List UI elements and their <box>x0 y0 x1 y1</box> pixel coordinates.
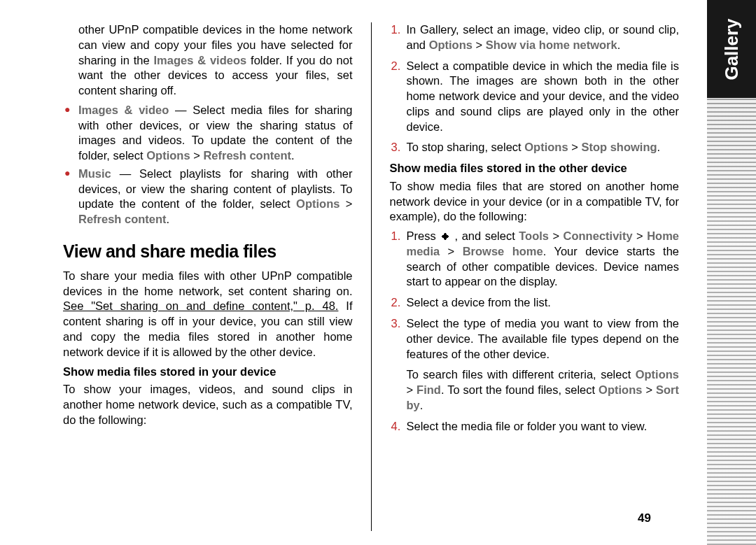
step-item: 3. To stop sharing, select Options > Sto… <box>390 140 680 155</box>
step-number: 3. <box>391 140 401 155</box>
paragraph: To search files with different criteria,… <box>390 367 680 413</box>
menu-key-icon <box>440 231 451 242</box>
text: . <box>291 149 295 162</box>
text: . <box>420 399 424 411</box>
step-number: 1. <box>391 22 401 38</box>
paragraph: To share your media files with other UPn… <box>63 269 353 360</box>
paragraph: To show media files that are stored on a… <box>390 179 680 225</box>
text: > <box>549 229 564 242</box>
bullet-lead: Music <box>78 167 111 180</box>
text: > <box>190 149 204 162</box>
text: > <box>642 383 656 396</box>
text: > <box>340 197 352 210</box>
option-text: Find <box>416 383 441 396</box>
left-column: other UPnP compatible devices in the hom… <box>63 22 353 531</box>
option-text: Show via home network <box>486 38 617 51</box>
right-column: 1. In Gallery, select an image, video cl… <box>390 22 680 531</box>
text: Press <box>407 229 440 242</box>
step-number: 2. <box>391 59 401 74</box>
option-text: Refresh content <box>203 149 291 162</box>
step-item: 1. Press , and select Tools > Connectivi… <box>390 229 680 290</box>
step-number: 2. <box>391 295 401 311</box>
bullet-lead: Images & video <box>78 104 169 116</box>
step-item: 1. In Gallery, select an image, video cl… <box>390 22 680 53</box>
text: . <box>657 141 661 153</box>
bullet-item: Images & video — Select media files for … <box>63 103 353 164</box>
step-item: 4. Select the media file or folder you w… <box>390 419 680 434</box>
section-heading: View and share media files <box>63 240 353 263</box>
option-text: Options <box>146 149 190 162</box>
option-text: Options <box>429 38 472 51</box>
text: > <box>472 38 486 51</box>
text: . <box>617 38 621 51</box>
step-item: 2. Select a compatible device in which t… <box>390 59 680 135</box>
step-number: 4. <box>391 419 401 434</box>
text: To share your media files with other UPn… <box>63 269 353 297</box>
text: > <box>568 141 582 153</box>
text: Select a compatible device in which the … <box>407 59 680 133</box>
option-text: Images & videos <box>153 54 246 66</box>
paragraph: To show your images, videos, and sound c… <box>63 382 353 427</box>
text: . <box>167 213 170 225</box>
intro-paragraph: other UPnP compatible devices in the hom… <box>63 22 353 99</box>
option-text: Options <box>598 383 642 396</box>
text: Select the media file or folder you want… <box>407 420 648 432</box>
subheading: Show media files stored in the other dev… <box>390 161 680 176</box>
text: To search files with different criteria,… <box>407 368 636 381</box>
side-tab-dark: Gallery <box>707 0 756 98</box>
option-text: Stop showing <box>581 141 657 153</box>
text-columns: other UPnP compatible devices in the hom… <box>63 22 679 531</box>
column-divider <box>371 22 372 531</box>
text: Select the type of media you want to vie… <box>407 317 680 360</box>
option-text: Connectivity <box>564 229 633 242</box>
text: > <box>633 229 648 242</box>
bullet-item: Music — Select playlists for sharing wit… <box>63 167 353 227</box>
text: > <box>407 383 417 396</box>
option-text: Options <box>296 197 340 210</box>
text: > <box>440 245 462 257</box>
side-tab: Gallery <box>707 0 756 545</box>
option-text: Tools <box>519 229 549 242</box>
text: To stop sharing, select <box>407 141 525 153</box>
option-text: Options <box>636 368 679 381</box>
option-text: Refresh content <box>78 213 167 225</box>
text: Select a device from the list. <box>407 296 551 309</box>
step-number: 1. <box>391 229 401 244</box>
text: . To sort the found files, select <box>441 383 598 396</box>
step-item: 3. Select the type of media you want to … <box>390 316 680 362</box>
cross-reference-link[interactable]: See "Set sharing on and define content,"… <box>63 299 338 312</box>
option-text: Browse home <box>463 245 543 257</box>
step-number: 3. <box>391 316 401 332</box>
option-text: Options <box>524 141 568 153</box>
step-item: 2. Select a device from the list. <box>390 295 680 311</box>
page-number: 49 <box>638 511 651 525</box>
subheading: Show media files stored in your device <box>63 364 353 380</box>
chapter-label: Gallery <box>721 18 743 80</box>
text: , and select <box>451 229 519 242</box>
page: other UPnP compatible devices in the hom… <box>0 0 707 545</box>
